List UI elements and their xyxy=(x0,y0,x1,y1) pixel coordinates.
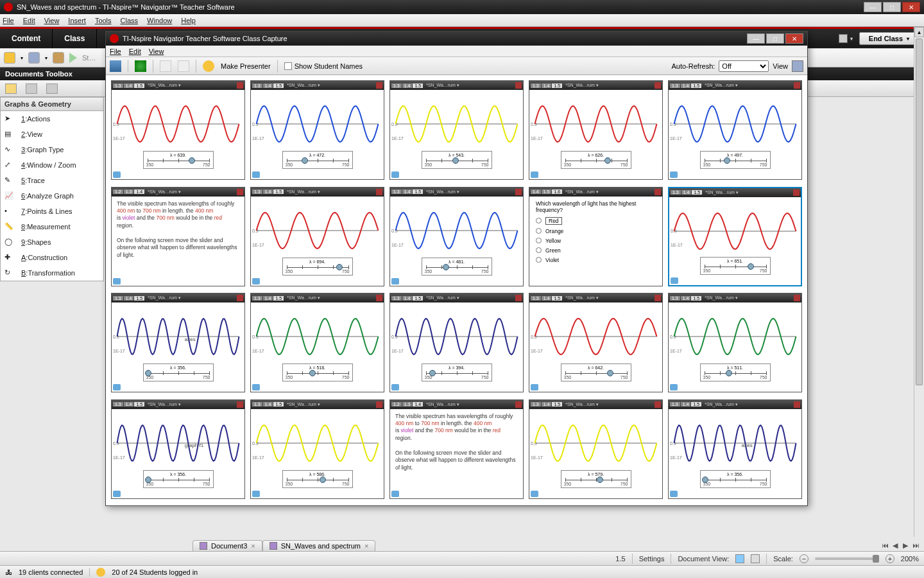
capture-thumb[interactable]: 1.31.41.5 *SN_Wa…rum ▾ 0.51E-17 λ = 639.… xyxy=(111,80,245,180)
user-icon[interactable] xyxy=(4,52,15,64)
lambda-slider[interactable]: λ = 356. 350750 xyxy=(143,470,214,488)
lambda-slider[interactable]: λ = 511. 350750 xyxy=(700,363,771,381)
sidebar-item-0[interactable]: ➤1:Actions xyxy=(1,111,103,127)
capture-thumb[interactable]: 1.31.41.5 *SN_Wa…rum ▾ 0.51E-17 λ = 481.… xyxy=(389,187,524,286)
lambda-slider[interactable]: λ = 586. 350750 xyxy=(282,470,353,488)
thumb-close-icon[interactable] xyxy=(654,82,661,89)
nav-icon[interactable] xyxy=(113,171,121,178)
vertical-scrollbar[interactable]: ▲ xyxy=(914,27,924,537)
menu-edit[interactable]: Edit xyxy=(23,17,35,24)
collect-icon[interactable] xyxy=(53,52,64,64)
zoom-minus-icon[interactable]: − xyxy=(800,554,809,563)
menu-view[interactable]: View xyxy=(44,17,60,24)
nav-icon[interactable] xyxy=(113,278,121,285)
radio-icon[interactable] xyxy=(536,257,542,263)
lambda-slider[interactable]: λ = 626. 350750 xyxy=(561,151,631,169)
capture-thumb[interactable]: 1.31.41.5 *SN_Wa…rum ▾ 0.51E-17 λ = 543.… xyxy=(389,80,524,180)
thumb-close-icon[interactable] xyxy=(237,401,243,408)
save-icon[interactable] xyxy=(110,60,121,72)
zoom-slider[interactable] xyxy=(815,557,879,560)
sidebar-item-10[interactable]: ↻B:Transformation xyxy=(1,265,103,281)
capture-thumb[interactable]: 1.31.41.5 *SN_Wa…rum ▾ 0.51E-17 axes λ =… xyxy=(111,293,245,392)
thumb-close-icon[interactable] xyxy=(515,189,522,195)
nav-icon[interactable] xyxy=(670,491,678,497)
scroll-thumb[interactable] xyxy=(916,39,923,385)
view-grid-icon[interactable] xyxy=(792,60,803,72)
capture-minimize-button[interactable]: — xyxy=(747,33,765,44)
sidebar-item-3[interactable]: ⤢4:Window / Zoom xyxy=(1,157,103,173)
presenter-icon[interactable] xyxy=(203,60,214,72)
capture-thumb[interactable]: 1.31.41.5 *SN_Wa…rum ▾ 0.51E-17 λ = 511.… xyxy=(668,293,802,392)
sidebar-item-6[interactable]: •7:Points & Lines xyxy=(1,204,103,219)
lambda-slider[interactable]: λ = 356. 350750 xyxy=(143,363,214,381)
close-button[interactable]: ✕ xyxy=(902,2,920,12)
capture-maximize-button[interactable]: □ xyxy=(766,33,784,44)
capture-thumb[interactable]: 1.21.31.4 *SN_Wa…rum ▾ The visible spect… xyxy=(389,399,524,499)
capture-thumb[interactable]: 1.31.41.5 *SN_Wa…rum ▾ 0.51E-17 λ = 394.… xyxy=(389,293,524,392)
settings-link[interactable]: Settings xyxy=(639,555,665,563)
menu-insert[interactable]: Insert xyxy=(68,17,86,24)
quiz-option[interactable]: Orange xyxy=(536,228,656,234)
capture-thumb[interactable]: 1.31.41.5 *SN_Wa…rum ▾ 0.51E-17 λ = 472.… xyxy=(250,80,384,180)
nav-icon[interactable] xyxy=(391,384,399,390)
menu-window[interactable]: Window xyxy=(147,17,172,24)
radio-icon[interactable] xyxy=(536,218,542,223)
quiz-option[interactable]: Violet xyxy=(536,257,656,263)
thumb-close-icon[interactable] xyxy=(794,401,800,408)
capture-thumb[interactable]: 1.31.41.5 *SN_Wa…rum ▾ 0.51E-17 λ = 586.… xyxy=(250,399,384,499)
tab-class[interactable]: Class xyxy=(53,29,97,48)
view-computer-icon[interactable] xyxy=(751,554,760,563)
close-tab-icon[interactable]: × xyxy=(251,542,255,550)
nav-icon[interactable] xyxy=(670,384,678,390)
layout-icon[interactable] xyxy=(839,34,848,43)
minimize-button[interactable]: — xyxy=(864,2,882,12)
maximize-button[interactable]: □ xyxy=(883,2,901,12)
quiz-option[interactable]: Red xyxy=(536,217,656,225)
toolbox-tab-utilities-icon[interactable] xyxy=(46,83,58,94)
capture-menu-file[interactable]: File xyxy=(110,48,121,55)
doc-tab-1[interactable]: Document3 × xyxy=(193,540,262,551)
nav-icon[interactable] xyxy=(391,278,399,285)
thumb-close-icon[interactable] xyxy=(654,189,661,195)
tab-content[interactable]: Content xyxy=(0,29,53,48)
refresh-icon[interactable] xyxy=(135,60,146,72)
nav-icon[interactable] xyxy=(113,384,121,390)
thumb-close-icon[interactable] xyxy=(376,189,382,195)
radio-icon[interactable] xyxy=(536,247,542,253)
lambda-slider[interactable]: λ = 639. 350750 xyxy=(143,151,214,169)
capture-titlebar[interactable]: TI-Nspire Navigator Teacher Software Cla… xyxy=(106,31,807,46)
auto-refresh-select[interactable]: Off xyxy=(719,60,769,72)
capture-thumb[interactable]: 1.21.31.4 *SN_Wa…rum ▾ The visible spect… xyxy=(111,187,245,286)
menu-tools[interactable]: Tools xyxy=(95,17,112,24)
lambda-slider[interactable]: λ = 694. 350750 xyxy=(282,258,353,276)
zoom-out-icon[interactable] xyxy=(178,60,189,72)
radio-icon[interactable] xyxy=(536,228,542,234)
sidebar-item-1[interactable]: ▤2:View xyxy=(1,127,103,142)
nav-icon[interactable] xyxy=(531,491,538,497)
capture-menu-edit[interactable]: Edit xyxy=(129,48,141,55)
menu-file[interactable]: File xyxy=(3,17,14,24)
nav-icon[interactable] xyxy=(531,171,538,178)
sidebar-item-8[interactable]: ◯9:Shapes xyxy=(1,234,103,250)
thumb-close-icon[interactable] xyxy=(237,189,243,195)
capture-thumb[interactable]: 1.31.41.5 *SN_Wa…rum ▾ 0.51E-17 λ = 651.… xyxy=(668,187,802,286)
nav-icon[interactable] xyxy=(670,171,678,178)
dropdown-icon[interactable]: ▾ xyxy=(850,36,853,42)
nav-icon[interactable] xyxy=(252,278,260,285)
checkbox-icon[interactable] xyxy=(284,62,292,70)
thumb-close-icon[interactable] xyxy=(376,82,382,89)
play-icon[interactable] xyxy=(69,53,77,63)
nav-icon[interactable] xyxy=(252,491,260,497)
end-class-button[interactable]: End Class xyxy=(859,32,919,45)
thumb-close-icon[interactable] xyxy=(237,82,243,89)
toolbox-tab-pages-icon[interactable] xyxy=(26,83,37,94)
nav-icon[interactable] xyxy=(391,491,399,497)
capture-thumb[interactable]: 1.31.41.5 *SN_Wa…rum ▾ 0.51E-17 graph f1… xyxy=(111,399,245,499)
capture-thumb[interactable]: 1.31.41.5 *SN_Wa…rum ▾ 0.51E-17 axes λ =… xyxy=(668,399,802,499)
nav-last-icon[interactable]: ⏭ xyxy=(911,541,920,550)
scroll-up-icon[interactable]: ▲ xyxy=(914,27,924,37)
lambda-slider[interactable]: λ = 481. 350750 xyxy=(422,258,492,276)
close-tab-icon[interactable]: × xyxy=(364,542,368,550)
capture-thumb[interactable]: 1.41.51.6 *SN_Wa…rum ▾ Which wavelength … xyxy=(529,187,663,286)
thumb-close-icon[interactable] xyxy=(515,82,522,89)
